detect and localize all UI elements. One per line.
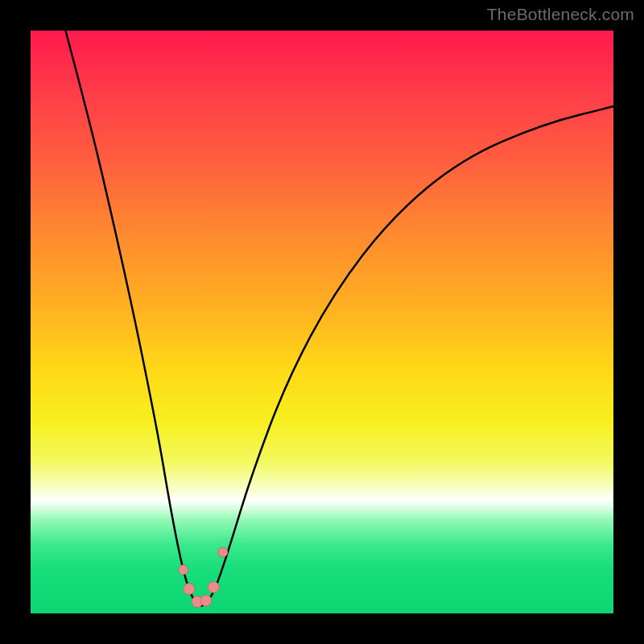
watermark-text: TheBottleneck.com xyxy=(487,5,634,24)
curve-marker xyxy=(200,595,212,606)
plot-area xyxy=(31,31,613,613)
curve-marker xyxy=(218,547,228,557)
chart-frame: TheBottleneck.com xyxy=(0,0,644,644)
curve-marker xyxy=(184,584,195,595)
bottleneck-curve xyxy=(65,31,613,605)
curve-marker xyxy=(208,581,219,592)
curve-marker xyxy=(179,565,188,575)
curve-layer xyxy=(31,31,613,613)
